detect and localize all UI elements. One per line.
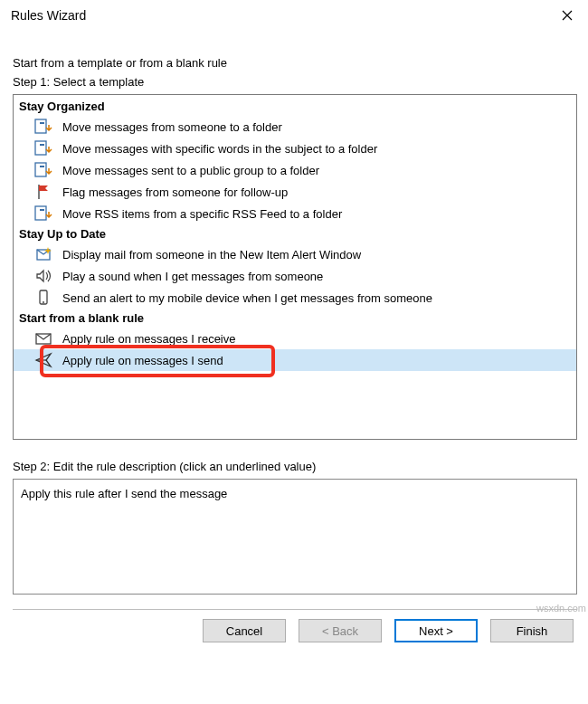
template-item-label: Move RSS items from a specific RSS Feed …	[62, 207, 342, 221]
group-header-stay-organized: Stay Organized	[14, 97, 576, 116]
close-button[interactable]	[546, 0, 588, 31]
template-item-flag-followup[interactable]: Flag messages from someone for follow-up	[14, 181, 576, 203]
template-item-new-item-alert[interactable]: Display mail from someone in the New Ite…	[14, 243, 576, 265]
flag-icon	[33, 182, 53, 202]
move-to-folder-icon	[33, 204, 53, 224]
instruction-text: Start from a template or from a blank ru…	[13, 56, 577, 70]
move-to-folder-icon	[33, 160, 53, 180]
svg-rect-1	[35, 141, 46, 155]
template-item-label: Apply rule on messages I receive	[62, 332, 235, 346]
group-header-stay-uptodate: Stay Up to Date	[14, 224, 576, 243]
separator	[13, 609, 577, 610]
send-icon	[33, 350, 53, 370]
template-item-move-rss[interactable]: Move RSS items from a specific RSS Feed …	[14, 203, 576, 224]
finish-button[interactable]: Finish	[490, 619, 574, 642]
sound-icon	[33, 266, 53, 286]
envelope-icon	[33, 328, 53, 348]
template-item-move-from-someone[interactable]: Move messages from someone to a folder	[14, 116, 576, 138]
rule-description-text: Apply this rule after I send the message	[21, 487, 227, 500]
close-icon	[562, 10, 573, 21]
template-item-label: Display mail from someone in the New Ite…	[62, 248, 361, 262]
rule-description-box[interactable]: Apply this rule after I send the message	[13, 479, 577, 595]
window-title: Rules Wizard	[11, 8, 86, 23]
template-item-play-sound[interactable]: Play a sound when I get messages from so…	[14, 265, 576, 287]
template-item-label: Flag messages from someone for follow-up	[62, 186, 288, 199]
svg-rect-3	[35, 206, 46, 220]
template-item-apply-receive[interactable]: Apply rule on messages I receive	[14, 328, 576, 349]
template-item-label: Apply rule on messages I send	[62, 354, 223, 367]
next-button[interactable]: Next >	[394, 619, 478, 642]
template-item-mobile-alert[interactable]: Send an alert to my mobile device when I…	[14, 287, 576, 309]
template-item-move-public-group[interactable]: Move messages sent to a public group to …	[14, 159, 576, 181]
svg-rect-2	[35, 163, 46, 176]
svg-rect-0	[35, 119, 46, 133]
move-to-folder-icon	[33, 138, 53, 158]
watermark: wsxdn.com	[536, 603, 586, 614]
move-to-folder-icon	[33, 117, 53, 137]
step2-label: Step 2: Edit the rule description (click…	[13, 460, 577, 473]
mobile-icon	[33, 288, 53, 308]
template-item-apply-send[interactable]: Apply rule on messages I send	[14, 349, 576, 371]
dialog-content: Start from a template or from a blank ru…	[0, 31, 588, 652]
template-item-label: Send an alert to my mobile device when I…	[62, 291, 432, 305]
template-item-label: Move messages sent to a public group to …	[62, 164, 319, 177]
back-button: < Back	[299, 619, 382, 642]
template-item-label: Move messages with specific words in the…	[62, 142, 377, 156]
template-item-move-subject-words[interactable]: Move messages with specific words in the…	[14, 138, 576, 159]
template-item-label: Move messages from someone to a folder	[62, 120, 282, 134]
new-alert-icon	[33, 244, 53, 264]
button-row: Cancel < Back Next > Finish	[13, 619, 577, 642]
template-item-label: Play a sound when I get messages from so…	[62, 270, 323, 283]
group-header-blank-rule: Start from a blank rule	[14, 309, 576, 328]
cancel-button[interactable]: Cancel	[203, 619, 286, 642]
titlebar: Rules Wizard	[0, 0, 588, 31]
svg-point-6	[43, 301, 44, 303]
template-listbox[interactable]: Stay Organized Move messages from someon…	[13, 94, 577, 440]
step1-label: Step 1: Select a template	[13, 75, 577, 89]
